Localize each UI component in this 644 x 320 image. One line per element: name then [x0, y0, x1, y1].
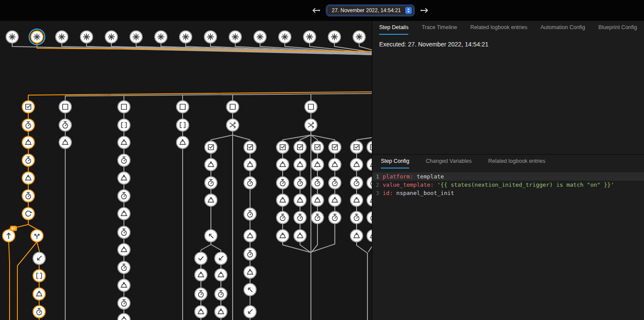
- graph-node-bell[interactable]: [329, 158, 341, 171]
- graph-node-timer[interactable]: [244, 208, 256, 220]
- graph-node-timer[interactable]: [118, 297, 130, 309]
- graph-node-asterisk[interactable]: [130, 31, 142, 43]
- graph-node-arrow-ul[interactable]: [244, 284, 256, 296]
- graph-node-checkbox[interactable]: [311, 141, 324, 153]
- graph-node-timer[interactable]: [22, 154, 34, 166]
- graph-node-bell[interactable]: [59, 136, 71, 148]
- graph-node-check[interactable]: [195, 252, 207, 264]
- graph-node-call-split[interactable]: [31, 230, 43, 242]
- graph-node-brackets[interactable]: [118, 119, 130, 131]
- tab-blueprint-config[interactable]: Blueprint Config: [598, 21, 637, 35]
- graph-node-bell[interactable]: [118, 136, 130, 148]
- graph-node-checkbox[interactable]: [277, 141, 289, 153]
- graph-node-bell[interactable]: [118, 172, 130, 184]
- graph-node-bell[interactable]: [33, 288, 45, 300]
- graph-node-bell[interactable]: [244, 266, 256, 278]
- graph-node-checkbox[interactable]: [350, 141, 363, 153]
- graph-node-bell[interactable]: [244, 158, 256, 171]
- graph-node-asterisk[interactable]: [29, 29, 45, 45]
- graph-node-checkbox[interactable]: [329, 141, 341, 153]
- graph-node-arrow-dl[interactable]: [33, 252, 45, 264]
- graph-node-bell[interactable]: [22, 172, 34, 184]
- graph-node-checkbox[interactable]: [22, 101, 34, 113]
- graph-node-bell[interactable]: [311, 194, 324, 206]
- graph-node-asterisk[interactable]: [229, 31, 241, 43]
- graph-node-timer[interactable]: [294, 211, 306, 224]
- graph-node-asterisk[interactable]: [204, 31, 217, 43]
- graph-node-asterisk[interactable]: [304, 31, 316, 43]
- graph-node-asterisk[interactable]: [56, 31, 68, 43]
- graph-node-arrow-ul[interactable]: [205, 230, 217, 242]
- graph-node-square[interactable]: [177, 101, 189, 113]
- tab-automation-config[interactable]: Automation Config: [541, 21, 585, 35]
- graph-node-timer[interactable]: [59, 119, 71, 131]
- graph-node-bell[interactable]: [118, 208, 130, 220]
- next-trace-button[interactable]: [419, 4, 431, 16]
- tab-step-details[interactable]: Step Details: [379, 21, 408, 35]
- graph-node-bell[interactable]: [277, 230, 289, 242]
- graph-node-timer[interactable]: [22, 119, 34, 131]
- graph-node-timer[interactable]: [329, 177, 341, 189]
- tab-step-config[interactable]: Step Config: [381, 155, 409, 168]
- graph-node-bell[interactable]: [329, 194, 341, 206]
- graph-node-bell[interactable]: [311, 158, 324, 171]
- graph-node-asterisk[interactable]: [328, 31, 340, 43]
- tab-trace-timeline[interactable]: Trace Timeline: [422, 21, 457, 35]
- graph-node-timer[interactable]: [244, 177, 256, 189]
- graph-node-arrow-dl[interactable]: [215, 252, 227, 264]
- graph-node-brackets[interactable]: [33, 270, 45, 282]
- graph-node-arrow-dl[interactable]: [244, 306, 256, 318]
- graph-node-square[interactable]: [227, 101, 239, 113]
- graph-node-bell[interactable]: [277, 158, 289, 171]
- graph-node-repeat[interactable]: [22, 208, 34, 220]
- graph-node-bell[interactable]: [205, 194, 217, 206]
- tab-related-logbook-entries[interactable]: Related logbook entries: [488, 155, 545, 168]
- graph-node-bell[interactable]: [215, 269, 227, 281]
- previous-trace-button[interactable]: [310, 4, 322, 16]
- graph-node-timer[interactable]: [118, 226, 130, 238]
- graph-node-bell[interactable]: [195, 269, 207, 281]
- graph-node-bell[interactable]: [118, 244, 130, 256]
- graph-node-square[interactable]: [59, 101, 71, 113]
- graph-node-timer[interactable]: [33, 306, 45, 318]
- graph-node-timer[interactable]: [329, 211, 341, 224]
- tab-related-logbook-entries[interactable]: Related logbook entries: [470, 21, 527, 35]
- graph-node-timer[interactable]: [118, 154, 130, 166]
- step-config-editor[interactable]: 1platform: template2value_template: '{{ …: [372, 172, 644, 320]
- graph-node-checkbox[interactable]: [205, 141, 217, 153]
- graph-node-bell[interactable]: [294, 158, 306, 171]
- graph-node-bell[interactable]: [118, 279, 130, 291]
- graph-node-bell[interactable]: [350, 158, 363, 171]
- graph-node-timer[interactable]: [277, 177, 289, 189]
- graph-node-bell[interactable]: [244, 230, 256, 242]
- graph-node-checkbox[interactable]: [244, 141, 256, 153]
- graph-node-bell[interactable]: [195, 306, 207, 318]
- graph-node-shuffle[interactable]: [227, 119, 239, 131]
- graph-node-bell[interactable]: [294, 194, 306, 206]
- graph-node-bell[interactable]: [205, 158, 217, 171]
- graph-node-timer[interactable]: [205, 177, 217, 189]
- graph-node-timer[interactable]: [118, 190, 130, 202]
- trace-picker-select[interactable]: 27. November 2022, 14:54:21: [327, 6, 414, 15]
- tab-changed-variables[interactable]: Changed Variables: [426, 155, 471, 168]
- graph-node-asterisk[interactable]: [155, 31, 167, 43]
- graph-node-asterisk[interactable]: [353, 31, 365, 43]
- graph-node-timer[interactable]: [350, 211, 363, 224]
- graph-node-timer[interactable]: [277, 211, 289, 224]
- graph-node-bell[interactable]: [350, 194, 363, 206]
- graph-node-bell[interactable]: [177, 136, 189, 148]
- graph-node-asterisk[interactable]: [80, 31, 93, 43]
- graph-node-timer[interactable]: [118, 261, 130, 274]
- graph-node-asterisk[interactable]: [105, 31, 117, 43]
- graph-node-asterisk[interactable]: [6, 31, 18, 43]
- graph-node-checkbox[interactable]: [294, 141, 306, 153]
- graph-node-bell[interactable]: [350, 230, 363, 242]
- graph-node-timer[interactable]: [215, 288, 227, 300]
- graph-node-shuffle[interactable]: [305, 119, 317, 131]
- graph-node-asterisk[interactable]: [254, 31, 266, 43]
- graph-node-asterisk[interactable]: [279, 31, 291, 43]
- graph-node-timer[interactable]: [22, 190, 34, 202]
- graph-node-bell[interactable]: [22, 136, 34, 148]
- graph-node-timer[interactable]: [350, 177, 363, 189]
- graph-node-square[interactable]: [118, 101, 130, 113]
